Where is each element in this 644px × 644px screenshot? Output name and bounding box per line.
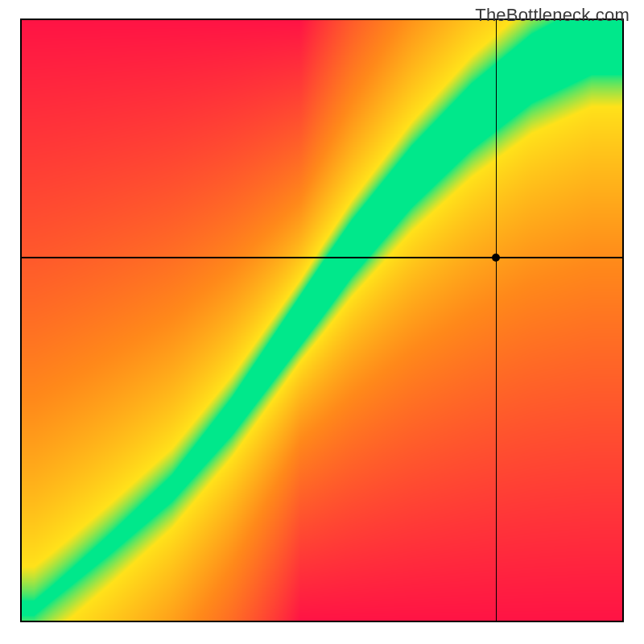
crosshair-horizontal bbox=[22, 257, 622, 258]
crosshair-dot bbox=[492, 254, 500, 262]
watermark-text: TheBottleneck.com bbox=[475, 5, 630, 26]
chart-container: TheBottleneck.com bbox=[0, 0, 644, 644]
crosshair-vertical bbox=[496, 20, 497, 621]
heatmap-canvas bbox=[22, 20, 622, 621]
plot-area bbox=[20, 19, 624, 622]
